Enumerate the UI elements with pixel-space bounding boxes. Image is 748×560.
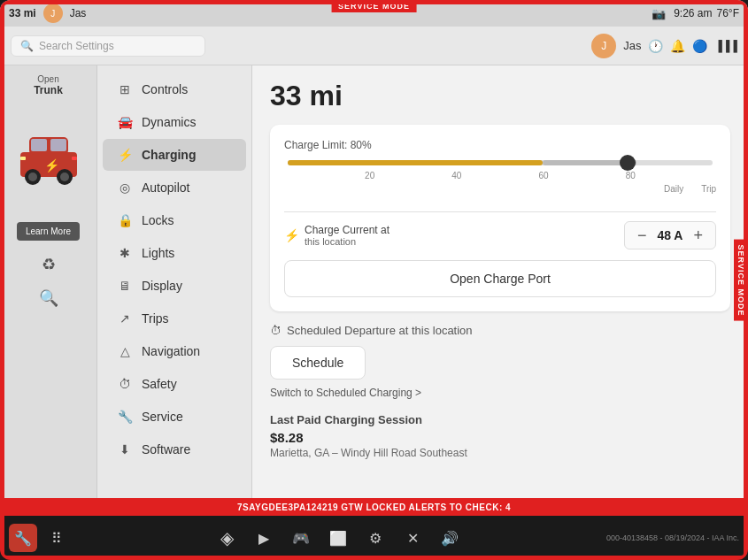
camera-icon: 📷 bbox=[652, 7, 666, 20]
sidebar-item-locks[interactable]: 🔒 Locks bbox=[103, 204, 246, 236]
bell-icon[interactable]: 🔔 bbox=[670, 39, 685, 53]
sidebar-label-lights: Lights bbox=[142, 246, 174, 260]
bluetooth-icon[interactable]: 🔵 bbox=[692, 39, 707, 53]
sidebar-item-charging[interactable]: ⚡ Charging bbox=[103, 139, 246, 171]
charge-increase-button[interactable]: + bbox=[693, 227, 703, 243]
close-icon[interactable]: ✕ bbox=[397, 522, 428, 554]
car-illustration: ⚡ bbox=[13, 104, 84, 210]
sidebar-item-trips[interactable]: ↗ Trips bbox=[103, 303, 246, 334]
sidebar-label-service: Service bbox=[142, 410, 183, 424]
trips-icon: ↗ bbox=[117, 311, 133, 326]
open-charge-port-button[interactable]: Open Charge Port bbox=[284, 260, 716, 297]
wrench-icon[interactable]: 🔧 bbox=[9, 524, 37, 552]
svg-rect-3 bbox=[50, 139, 66, 151]
top-bar-temp: 76°F bbox=[717, 7, 739, 19]
charge-slider[interactable]: 20 40 60 80 Daily Trip bbox=[284, 160, 716, 194]
taskbar-right: 000-40138458 - 08/19/2024 - IAA Inc. bbox=[606, 533, 739, 542]
last-paid-section: Last Paid Charging Session $8.28 Mariett… bbox=[270, 413, 730, 459]
slider-track bbox=[288, 160, 713, 165]
sidebar-label-trips: Trips bbox=[142, 311, 169, 326]
daily-label: Daily bbox=[664, 184, 683, 194]
sidebar-item-navigation[interactable]: △ Navigation bbox=[103, 335, 246, 367]
sidebar-label-software: Software bbox=[142, 442, 190, 456]
top-status-bar: 33 mi SERVICE MODE J Jas 📷 9:26 am 76°F bbox=[0, 0, 748, 27]
slider-fill-yellow bbox=[288, 160, 543, 165]
trip-label: Trip bbox=[701, 184, 716, 194]
taskbar-left: 🔧 ⠿ bbox=[9, 524, 71, 552]
navigation-icon: △ bbox=[117, 344, 133, 358]
clock-schedule-icon: ⏱ bbox=[270, 324, 281, 337]
sidebar-item-dynamics[interactable]: 🚘 Dynamics bbox=[103, 106, 246, 138]
header-user-section: J Jas 🕐 🔔 🔵 ▐▐▐ bbox=[591, 34, 737, 58]
search-bottom-icon[interactable]: 🔍 bbox=[39, 288, 58, 308]
clock-icon: 🕐 bbox=[648, 39, 663, 53]
content-area: Open Trunk bbox=[0, 65, 748, 516]
mileage-display: 33 mi bbox=[270, 80, 730, 112]
safety-icon: ⏱ bbox=[117, 377, 133, 391]
svg-text:⚡: ⚡ bbox=[44, 158, 60, 173]
divider bbox=[284, 211, 716, 212]
main-charging-content: 33 mi Charge Limit: 80% 2 bbox=[252, 65, 748, 516]
display-icon: 🖥 bbox=[117, 279, 133, 293]
switch-to-charging-link[interactable]: Switch to Scheduled Charging > bbox=[270, 387, 730, 399]
auction-text: 000-40138458 - 08/19/2024 - IAA Inc. bbox=[606, 533, 739, 542]
diamond-icon[interactable]: ◈ bbox=[211, 522, 243, 554]
taskbar: 🔧 ⠿ ◈ ▶ 🎮 ⬜ ⚙ ✕ 🔊 000-40138458 - 08/19/2… bbox=[0, 516, 748, 560]
software-icon: ⬇ bbox=[117, 442, 133, 456]
dynamics-icon: 🚘 bbox=[117, 115, 133, 129]
volume-icon[interactable]: 🔊 bbox=[434, 522, 466, 554]
slider-marks: 20 40 60 80 bbox=[284, 171, 716, 180]
svg-rect-2 bbox=[31, 139, 47, 151]
svg-rect-9 bbox=[72, 157, 77, 160]
charge-current-row: ⚡ Charge Current at this location − 48 A… bbox=[284, 221, 716, 249]
charging-icon: ⚡ bbox=[117, 148, 133, 162]
charge-decrease-button[interactable]: − bbox=[637, 227, 647, 243]
sidebar-item-lights[interactable]: ✱ Lights bbox=[103, 237, 246, 269]
trunk-label: Trunk bbox=[34, 84, 63, 96]
charge-current-control: − 48 A + bbox=[624, 221, 716, 249]
charge-current-sub: this location bbox=[305, 236, 389, 247]
search-box[interactable]: 🔍 Search Settings bbox=[11, 35, 205, 57]
top-bar-icons: 📷 9:26 am 76°F bbox=[652, 7, 739, 20]
header-avatar: J bbox=[591, 34, 616, 58]
charge-limit-label: Charge Limit: 80% bbox=[284, 139, 716, 151]
sidebar-item-autopilot[interactable]: ◎ Autopilot bbox=[103, 172, 246, 203]
header-username: Jas bbox=[623, 39, 641, 52]
svg-rect-8 bbox=[20, 157, 26, 160]
grid-icon[interactable]: ⠿ bbox=[42, 524, 71, 552]
learn-more-button[interactable]: Learn More bbox=[17, 222, 80, 241]
charge-limit-card: Charge Limit: 80% 20 40 60 bbox=[270, 125, 730, 311]
svg-point-5 bbox=[28, 173, 37, 181]
charge-current-label: ⚡ Charge Current at this location bbox=[284, 224, 389, 247]
square-icon[interactable]: ⬜ bbox=[322, 522, 354, 554]
sidebar-item-safety[interactable]: ⏱ Safety bbox=[103, 368, 246, 400]
sidebar-item-controls[interactable]: ⊞ Controls bbox=[103, 73, 246, 105]
service-mode-side-label: SERVICE MODE bbox=[734, 239, 748, 321]
slider-thumb[interactable] bbox=[620, 155, 636, 171]
last-paid-location: Marietta, GA – Windy Hill Road Southeast bbox=[270, 447, 730, 459]
top-mileage: 33 mi bbox=[9, 7, 36, 19]
recycle-icon[interactable]: ♻ bbox=[42, 255, 56, 274]
sidebar-label-navigation: Navigation bbox=[142, 344, 200, 358]
charge-current-text: Charge Current at bbox=[305, 224, 389, 236]
sidebar-label-safety: Safety bbox=[142, 377, 177, 391]
settings-icon[interactable]: ⚙ bbox=[359, 522, 391, 554]
open-label: Open bbox=[37, 74, 58, 84]
alert-text: 7SAYGDEE3PA124219 GTW LOCKED ALERTS TO C… bbox=[237, 502, 511, 512]
charge-plug-icon: ⚡ bbox=[284, 228, 299, 242]
search-input-placeholder[interactable]: Search Settings bbox=[39, 40, 114, 52]
header-row: 🔍 Search Settings J Jas 🕐 🔔 🔵 ▐▐▐ bbox=[0, 27, 748, 65]
signal-bars-icon: ▐▐▐ bbox=[714, 40, 737, 52]
play-icon[interactable]: ▶ bbox=[248, 522, 280, 554]
scheduled-departure-text: Scheduled Departure at this location bbox=[287, 324, 473, 337]
autopilot-icon: ◎ bbox=[117, 180, 133, 195]
controller-icon[interactable]: 🎮 bbox=[285, 522, 317, 554]
sidebar-item-software[interactable]: ⬇ Software bbox=[103, 433, 246, 465]
sidebar-item-display[interactable]: 🖥 Display bbox=[103, 270, 246, 302]
schedule-button[interactable]: Schedule bbox=[270, 346, 366, 380]
last-paid-amount: $8.28 bbox=[270, 430, 730, 445]
charge-value: 48 A bbox=[657, 228, 682, 242]
sidebar-item-service[interactable]: 🔧 Service bbox=[103, 401, 246, 433]
top-bar-username: Jas bbox=[70, 7, 87, 19]
sidebar-label-locks: Locks bbox=[142, 213, 174, 227]
